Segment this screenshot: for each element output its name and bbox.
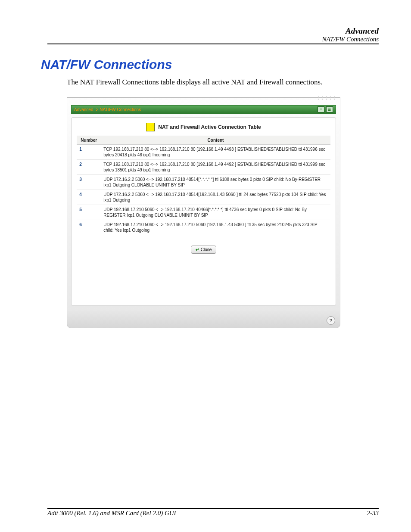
row-content: UDP 172.16.2.2 5060 <--> 192.168.17.210 … — [101, 190, 330, 205]
header-chapter: Advanced — [47, 27, 379, 36]
col-number: Number — [77, 136, 101, 145]
section-title: NAT/FW Connections — [41, 57, 379, 72]
close-button-label: Close — [201, 247, 212, 252]
toolbar-icon-a[interactable]: ≡ — [318, 106, 324, 112]
header-section: NAT/FW Connections — [47, 36, 379, 43]
row-number: 5 — [77, 205, 101, 220]
col-content: Content — [101, 136, 330, 145]
row-number: 4 — [77, 190, 101, 205]
row-number: 2 — [77, 160, 101, 175]
enter-arrow-icon: ↵ — [196, 247, 199, 252]
table-header-row: Number Content — [77, 136, 330, 145]
row-content: UDP 172.16.2.2 5060 <--> 192.168.17.210 … — [101, 175, 330, 190]
embedded-screenshot: ::::: Advanced -> NAT/FW Connections ≡ ≣… — [67, 97, 340, 328]
panel-title: NAT and Firewall Active Connection Table — [158, 124, 261, 130]
toolbar-icon-b[interactable]: ≣ — [326, 106, 333, 112]
table-row: 3UDP 172.16.2.2 5060 <--> 192.168.17.210… — [77, 175, 330, 190]
close-button[interactable]: ↵ Close — [191, 246, 217, 254]
table-row: 2TCP 192.168.17.210 80 <--> 192.168.17.2… — [77, 160, 330, 175]
table-row: 6UDP 192.168.17.210 5060 <--> 192.168.17… — [77, 220, 330, 235]
table-row: 4UDP 172.16.2.2 5060 <--> 192.168.17.210… — [77, 190, 330, 205]
breadcrumb-bar: Advanced -> NAT/FW Connections ≡ ≣ — [71, 105, 336, 114]
row-number: 6 — [77, 220, 101, 235]
footer-left: Adit 3000 (Rel. 1.6) and MSR Card (Rel 2… — [47, 510, 176, 517]
footer-page-number: 2-33 — [367, 510, 379, 517]
row-content: UDP 192.168.17.210 5060 <--> 192.168.17.… — [101, 205, 330, 220]
connections-icon — [146, 123, 155, 131]
page-header: Advanced NAT/FW Connections — [47, 27, 379, 44]
page-footer: Adit 3000 (Rel. 1.6) and MSR Card (Rel 2… — [47, 508, 379, 517]
row-number: 3 — [77, 175, 101, 190]
connections-table: Number Content 1TCP 192.168.17.210 80 <-… — [77, 136, 330, 235]
table-row: 5UDP 192.168.17.210 5060 <--> 192.168.17… — [77, 205, 330, 220]
row-number: 1 — [77, 145, 101, 160]
row-content: UDP 192.168.17.210 5060 <--> 192.168.17.… — [101, 220, 330, 235]
breadcrumb[interactable]: Advanced -> NAT/FW Connections — [74, 107, 141, 112]
help-icon[interactable]: ? — [327, 316, 335, 325]
row-content: TCP 192.168.17.210 80 <--> 192.168.17.21… — [101, 145, 330, 160]
table-row: 1TCP 192.168.17.210 80 <--> 192.168.17.2… — [77, 145, 330, 160]
panel-title-row: NAT and Firewall Active Connection Table — [72, 118, 336, 136]
row-content: TCP 192.168.17.210 80 <--> 192.168.17.21… — [101, 160, 330, 175]
connections-panel: NAT and Firewall Active Connection Table… — [71, 117, 336, 306]
section-intro: The NAT Firewall Connections table displ… — [67, 78, 379, 87]
